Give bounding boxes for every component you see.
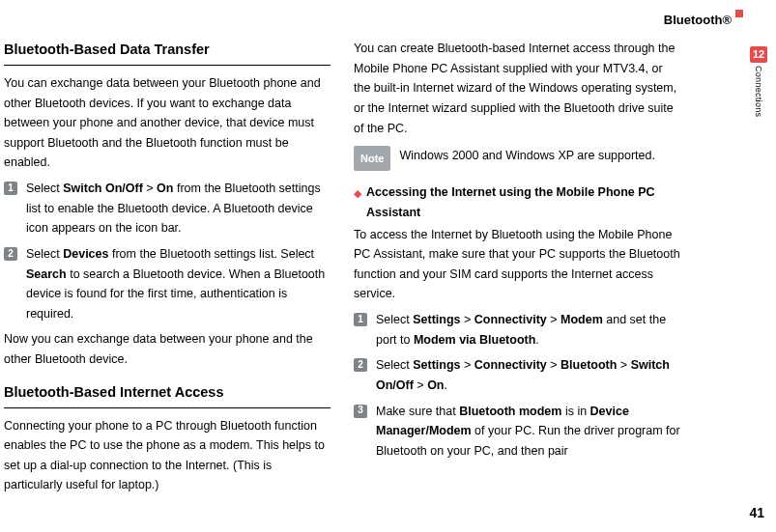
chapter-sidebar: 12 Connections	[749, 46, 768, 117]
note-label: Note	[354, 146, 390, 171]
header-decoration	[735, 10, 743, 17]
step-number-badge: 1	[4, 182, 17, 195]
section-heading-internet: Bluetooth-Based Internet Access	[4, 381, 331, 408]
step-item: 2 Select Devices from the Bluetooth sett…	[4, 244, 331, 324]
chapter-label: Connections	[752, 66, 766, 117]
step-text: Select Devices from the Bluetooth settin…	[26, 244, 331, 324]
step-item: 2 Select Settings > Connectivity > Bluet…	[354, 355, 680, 395]
step-number-badge: 2	[354, 358, 367, 372]
step-item: 3 Make sure that Bluetooth modem is in D…	[354, 402, 680, 462]
subsection-title: Accessing the Internet using the Mobile …	[366, 182, 680, 222]
content-columns: Bluetooth-Based Data Transfer You can ex…	[4, 39, 743, 501]
subsection-heading: ◆ Accessing the Internet using the Mobil…	[354, 182, 680, 222]
note-callout: Note Windows 2000 and Windows XP are sup…	[354, 146, 680, 171]
body-text: You can create Bluetooth-based Internet …	[354, 39, 680, 138]
step-text: Select Settings > Connectivity > Bluetoo…	[376, 355, 680, 395]
header-title: Bluetooth®	[664, 10, 732, 30]
left-column: Bluetooth-Based Data Transfer You can ex…	[4, 39, 331, 501]
body-text: To access the Internet by Bluetooth usin…	[354, 225, 680, 305]
step-number-badge: 2	[4, 247, 17, 261]
step-item: 1 Select Settings > Connectivity > Modem…	[354, 310, 680, 350]
section-heading-transfer: Bluetooth-Based Data Transfer	[4, 39, 331, 66]
diamond-icon: ◆	[354, 184, 361, 202]
page-number: 41	[749, 502, 764, 524]
step-number-badge: 3	[354, 405, 367, 418]
body-text: Now you can exchange data between your p…	[4, 329, 331, 369]
step-text: Make sure that Bluetooth modem is in Dev…	[376, 402, 680, 462]
step-text: Select Settings > Connectivity > Modem a…	[376, 310, 680, 350]
chapter-number: 12	[750, 46, 767, 63]
step-text: Select Switch On/Off > On from the Bluet…	[26, 179, 331, 238]
note-text: Windows 2000 and Windows XP are supporte…	[399, 146, 680, 166]
step-item: 1 Select Switch On/Off > On from the Blu…	[4, 179, 331, 238]
right-column: You can create Bluetooth-based Internet …	[354, 39, 680, 501]
body-text: You can exchange data between your Bluet…	[4, 73, 331, 173]
body-text: Connecting your phone to a PC through Bl…	[4, 416, 331, 496]
step-number-badge: 1	[354, 313, 367, 326]
